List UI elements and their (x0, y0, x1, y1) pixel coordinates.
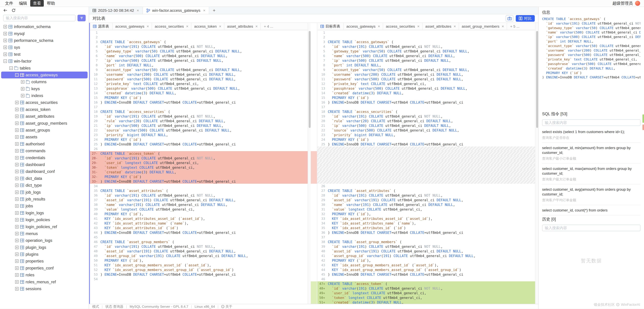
tree-item-properties_conf[interactable]: +properties_conf (1, 265, 88, 272)
expander-icon[interactable]: + (4, 46, 7, 49)
expander-icon[interactable]: + (15, 260, 18, 263)
menu-item-查看[interactable]: 查看 (30, 0, 44, 6)
tree-item-authorised[interactable]: +authorised (1, 140, 88, 148)
tree-item-plugins[interactable]: +plugins (1, 251, 88, 258)
tree-item-credentials[interactable]: +credentials (1, 154, 88, 161)
tree-item-dashboard_conf[interactable]: +dashboard_conf (1, 168, 88, 175)
target-tab-access_gateways[interactable]: access_gateways× (343, 23, 383, 30)
expander-icon[interactable]: + (15, 198, 18, 201)
expander-icon[interactable]: − (15, 73, 18, 77)
target-tabs-overflow[interactable]: + 5 ... (507, 23, 522, 30)
tree-item-access_token[interactable]: +access_token (1, 106, 88, 113)
source-tab-access_securities[interactable]: access_securities× (152, 23, 191, 30)
close-icon[interactable]: × (146, 24, 149, 28)
scrollbar-thumb[interactable] (536, 31, 538, 128)
menu-item-帮助[interactable]: 帮助 (44, 0, 58, 6)
expander-icon[interactable]: + (15, 108, 18, 111)
expander-icon[interactable]: + (15, 239, 18, 242)
expander-icon[interactable]: + (15, 252, 18, 256)
tree-item-access_securities[interactable]: +access_securities (1, 99, 88, 106)
tree-item-login_policies_ref[interactable]: +login_policies_ref (1, 223, 88, 230)
source-tab-asset_attributes[interactable]: asset_attributes× (224, 23, 260, 30)
tree-item-columns[interactable]: +columns (1, 78, 88, 85)
tree-item-job_logs[interactable]: +job_logs (1, 189, 88, 196)
expander-icon[interactable]: + (15, 142, 18, 146)
menu-item-编辑[interactable]: 编辑 (16, 0, 30, 6)
tree-item-dict_type[interactable]: +dict_type (1, 182, 88, 189)
sidebar-search-input[interactable] (3, 15, 76, 21)
expander-icon[interactable]: + (15, 204, 18, 208)
tree-item-mysql[interactable]: +mysql (1, 30, 88, 37)
tree-item-tables[interactable]: −tables (1, 64, 88, 72)
expander-icon[interactable]: + (15, 177, 18, 180)
source-code[interactable]: 123CREATE TABLE `access_gateways` (4 `id… (90, 30, 308, 304)
sql-command-item[interactable]: select customer_id, min(amount) from ord… (542, 143, 640, 164)
sql-commands-search-input[interactable] (542, 119, 640, 126)
source-tab-access_gateways[interactable]: access_gateways× (112, 23, 152, 30)
expander-icon[interactable]: + (15, 246, 18, 249)
expander-icon[interactable]: + (21, 94, 24, 98)
close-icon[interactable]: × (186, 24, 188, 28)
close-icon[interactable]: × (502, 24, 504, 28)
expander-icon[interactable]: + (15, 266, 18, 270)
sql-command-item[interactable]: select customer_id, avg(amount) from ord… (542, 184, 640, 205)
tree-item-asset_group_members[interactable]: +asset_group_members (1, 120, 88, 126)
tree-item-roles_menus_ref[interactable]: +roles_menus_ref (1, 278, 88, 285)
tree-item-sys[interactable]: +sys (1, 44, 88, 51)
tree-item-test[interactable]: +test (1, 51, 88, 58)
expander-icon[interactable]: + (15, 225, 18, 228)
compare-button[interactable]: 对比 (516, 15, 535, 22)
close-icon[interactable]: × (255, 24, 258, 28)
tree-item-sessions[interactable]: +sessions (1, 285, 88, 292)
close-icon[interactable]: × (203, 8, 206, 13)
add-tab-button[interactable]: + (209, 7, 219, 14)
expander-icon[interactable]: + (15, 280, 18, 284)
menu-item-文件[interactable]: 文件 (2, 0, 16, 6)
expander-icon[interactable]: + (21, 87, 24, 90)
tree-item-plugin_logs[interactable]: +plugin_logs (1, 244, 88, 251)
expander-icon[interactable]: + (4, 52, 7, 56)
source-tabs-overflow[interactable]: + 4 ... (260, 23, 276, 30)
close-icon[interactable]: × (378, 24, 380, 28)
tree-item-win-factor[interactable]: −win-factor (1, 58, 88, 64)
source-tab-access_token[interactable]: access_token× (191, 23, 224, 30)
expander-icon[interactable]: + (4, 39, 7, 42)
close-icon[interactable]: × (137, 8, 139, 13)
tree-item-information_schema[interactable]: +information_schema (1, 23, 88, 30)
tree-item-indexs[interactable]: +indexs (1, 92, 88, 99)
expander-icon[interactable]: − (9, 66, 13, 70)
target-tab-asset_group_members[interactable]: asset_group_members× (459, 23, 507, 30)
tree-item-menus[interactable]: +menus (1, 230, 88, 237)
back-icon[interactable] (4, 9, 7, 12)
expander-icon[interactable]: + (15, 232, 18, 235)
snapshot-button[interactable] (506, 15, 514, 22)
tree-item-job_results[interactable]: +job_results (1, 196, 88, 202)
tree-item-asset_groups[interactable]: +asset_groups (1, 127, 88, 134)
expander-icon[interactable]: + (15, 135, 18, 139)
expander-icon[interactable]: + (15, 170, 18, 173)
close-icon[interactable]: × (417, 24, 420, 28)
sql-command-item[interactable]: select customer_id, max(amount) from ord… (542, 164, 640, 184)
expander-icon[interactable]: + (4, 25, 7, 28)
doc-tab-1[interactable]: win-factor.access_gateways× (143, 7, 209, 14)
target-tab-access_securities[interactable]: access_securities× (383, 23, 422, 30)
sql-command-item[interactable]: select exists (select 1 from customers w… (542, 127, 640, 143)
refresh-icon[interactable] (12, 8, 16, 12)
close-icon[interactable]: × (454, 24, 456, 28)
tree-item-properties[interactable]: +properties (1, 258, 88, 264)
expander-icon[interactable]: + (15, 273, 18, 277)
expander-icon[interactable]: + (15, 163, 18, 166)
tree-item-assets[interactable]: +assets (1, 134, 88, 140)
expander-icon[interactable]: − (4, 60, 7, 63)
tree-item-login_policies[interactable]: +login_policies (1, 216, 88, 223)
expander-icon[interactable]: + (15, 101, 18, 104)
about-button[interactable]: 关于 (221, 304, 232, 309)
tree-item-dict_data[interactable]: +dict_data (1, 175, 88, 182)
scrollbar-thumb[interactable] (309, 31, 311, 128)
history-search-input[interactable] (542, 225, 640, 231)
user-name[interactable]: 超级管理员 (612, 1, 633, 6)
doc-tab-0[interactable]: 2025-12-30 08:34:42× (89, 7, 143, 14)
sql-command-item[interactable]: select customer_id, count(*) from orders (542, 205, 640, 216)
expander-icon[interactable]: + (15, 122, 18, 125)
expander-icon[interactable]: + (15, 190, 18, 194)
